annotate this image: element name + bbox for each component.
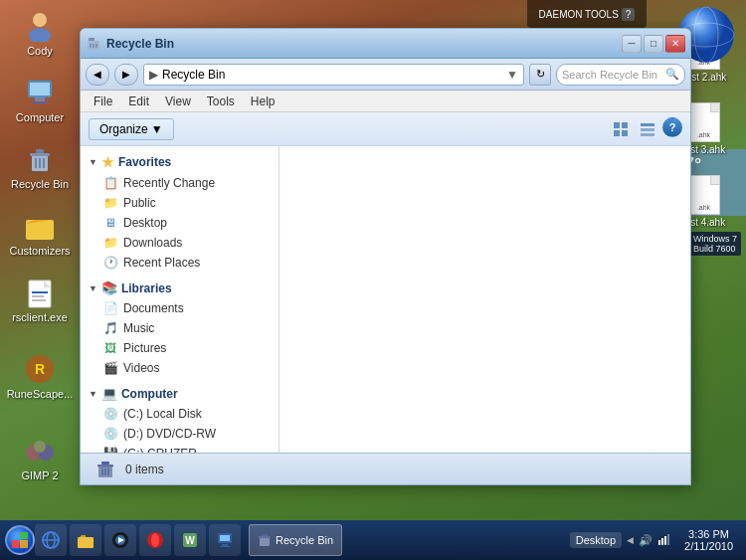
documents-label: Documents [123, 301, 184, 315]
computer-label: Computer [16, 111, 64, 123]
nav-item-cruzer[interactable]: 💾 (G:) CRUZER [81, 444, 279, 453]
desktop-icon-cody[interactable]: Cody [10, 10, 70, 57]
daemon-tools-bar[interactable]: DAEMON TOOLS ? [527, 0, 647, 28]
address-arrow: ▶ [149, 68, 158, 82]
downloads-icon: 📁 [102, 235, 118, 251]
desktop-label[interactable]: Desktop [570, 532, 622, 548]
taskbar-ie-icon[interactable] [35, 524, 67, 556]
taskbar-tray: Desktop ◀ 🔊 3:36 PM 2/11/2010 [570, 526, 741, 554]
view-layout-button[interactable] [609, 117, 633, 141]
back-icon: ◀ [93, 69, 101, 80]
gimp-icon [24, 435, 56, 467]
documents-icon: 📄 [102, 300, 118, 316]
nav-item-music[interactable]: 🎵 Music [81, 318, 279, 338]
nav-item-recently-changed[interactable]: 📋 Recently Change [81, 173, 279, 193]
menu-help[interactable]: Help [243, 93, 283, 110]
svg-rect-32 [622, 122, 628, 128]
refresh-icon: ↻ [536, 68, 545, 81]
nav-bar: ◀ ▶ ▶ Recycle Bin ▼ ↻ Search Recycle Bin… [81, 59, 690, 91]
desktop-nav-label: Desktop [123, 216, 167, 230]
recently-changed-label: Recently Change [123, 176, 215, 190]
menu-view[interactable]: View [157, 93, 199, 110]
start-button[interactable] [5, 525, 35, 555]
network-tray-icon[interactable] [657, 532, 671, 548]
recent-places-icon: 🕐 [102, 255, 118, 271]
status-bar: 0 items [81, 453, 690, 484]
desktop-icon-customizers[interactable]: Customizers [10, 210, 70, 257]
address-dropdown-icon[interactable]: ▼ [506, 68, 518, 82]
test3-icon: .ahk [688, 102, 720, 142]
cruzer-icon: 💾 [102, 446, 118, 453]
search-bar[interactable]: Search Recycle Bin 🔍 [556, 64, 685, 86]
desktop-icon-rsclient[interactable]: rsclient.exe [10, 277, 70, 323]
recycle-bin-label: Recycle Bin [11, 178, 69, 190]
taskbar-opera-icon[interactable] [139, 524, 171, 556]
help-button[interactable]: ? [662, 117, 682, 137]
desktop-icon-gimp[interactable]: GIMP 2 [10, 435, 70, 481]
nav-item-pictures[interactable]: 🖼 Pictures [81, 338, 279, 358]
win-build: Build 7600 [693, 244, 737, 254]
recently-changed-icon: 📋 [102, 175, 118, 191]
menu-edit[interactable]: Edit [120, 93, 157, 110]
close-button[interactable]: ✕ [665, 35, 685, 53]
daemon-tools-help[interactable]: ? [622, 8, 636, 21]
customizers-label: Customizers [9, 245, 70, 257]
desktop-icon-recycle-bin[interactable]: Recycle Bin [10, 143, 70, 190]
view-details-button[interactable] [636, 117, 659, 141]
svg-rect-33 [614, 130, 620, 136]
forward-button[interactable]: ▶ [114, 64, 138, 86]
runescape-label: RuneScape... [7, 388, 74, 400]
menu-tools[interactable]: Tools [199, 93, 243, 110]
navigation-pane: ▼ ★ Favorites 📋 Recently Change 📁 Public… [81, 146, 280, 453]
nav-item-dvd[interactable]: 💿 (D:) DVD/CD-RW [81, 424, 279, 444]
title-bar: Recycle Bin ─ □ ✕ [81, 29, 690, 59]
address-bar[interactable]: ▶ Recycle Bin ▼ [143, 64, 524, 86]
nav-item-downloads[interactable]: 📁 Downloads [81, 233, 279, 253]
svg-rect-4 [35, 97, 45, 101]
favorites-header[interactable]: ▼ ★ Favorites [81, 151, 279, 173]
downloads-label: Downloads [123, 236, 182, 250]
local-disk-icon: 💿 [102, 406, 118, 422]
forward-icon: ▶ [122, 69, 130, 80]
title-bar-text: Recycle Bin [106, 37, 622, 51]
back-button[interactable]: ◀ [86, 64, 109, 86]
dvd-label: (D:) DVD/CD-RW [123, 427, 216, 441]
desktop-icon-computer[interactable]: Computer [10, 77, 70, 123]
volume-icon[interactable]: 🔊 [639, 534, 653, 547]
svg-point-1 [29, 28, 51, 42]
svg-point-22 [34, 441, 46, 453]
organize-button[interactable]: Organize ▼ [89, 118, 174, 140]
tray-expand[interactable]: ◀ [627, 535, 634, 545]
desktop-icon-runescape[interactable]: R RuneScape... [10, 353, 70, 400]
music-label: Music [123, 321, 154, 335]
refresh-button[interactable]: ↻ [529, 64, 551, 86]
menu-file[interactable]: File [86, 93, 120, 110]
computer-header[interactable]: ▼ 💻 Computer [81, 383, 279, 404]
dvd-icon: 💿 [102, 426, 118, 442]
nav-item-local-disk[interactable]: 💿 (C:) Local Disk [81, 404, 279, 424]
taskbar-folder-icon[interactable] [70, 524, 101, 556]
toolbar-right: ? [609, 117, 682, 141]
search-placeholder: Search Recycle Bin [562, 69, 657, 81]
nav-item-public[interactable]: 📁 Public [81, 193, 279, 213]
nav-item-videos[interactable]: 🎬 Videos [81, 358, 279, 378]
videos-label: Videos [123, 361, 159, 375]
nav-item-recent-places[interactable]: 🕐 Recent Places [81, 253, 279, 273]
computer-arrow: ▼ [89, 389, 97, 399]
nav-item-desktop[interactable]: 🖥 Desktop [81, 213, 279, 233]
libraries-header[interactable]: ▼ 📚 Libraries [81, 278, 279, 298]
taskbar-recycle-bin-button[interactable]: Recycle Bin [249, 524, 342, 556]
minimize-button[interactable]: ─ [622, 35, 642, 53]
svg-point-0 [33, 13, 47, 27]
taskbar-network-icon[interactable] [209, 524, 241, 556]
svg-rect-37 [641, 133, 654, 136]
nav-item-documents[interactable]: 📄 Documents [81, 298, 279, 318]
rsclient-icon [24, 277, 56, 308]
svg-rect-8 [36, 149, 44, 153]
maximize-button[interactable]: □ [644, 35, 663, 53]
taskbar-clock[interactable]: 3:36 PM 2/11/2010 [676, 526, 741, 554]
taskbar-unknown1-icon[interactable]: W [174, 524, 206, 556]
favorites-arrow: ▼ [89, 157, 97, 167]
taskbar-media-icon[interactable] [104, 524, 136, 556]
videos-icon: 🎬 [102, 360, 118, 376]
